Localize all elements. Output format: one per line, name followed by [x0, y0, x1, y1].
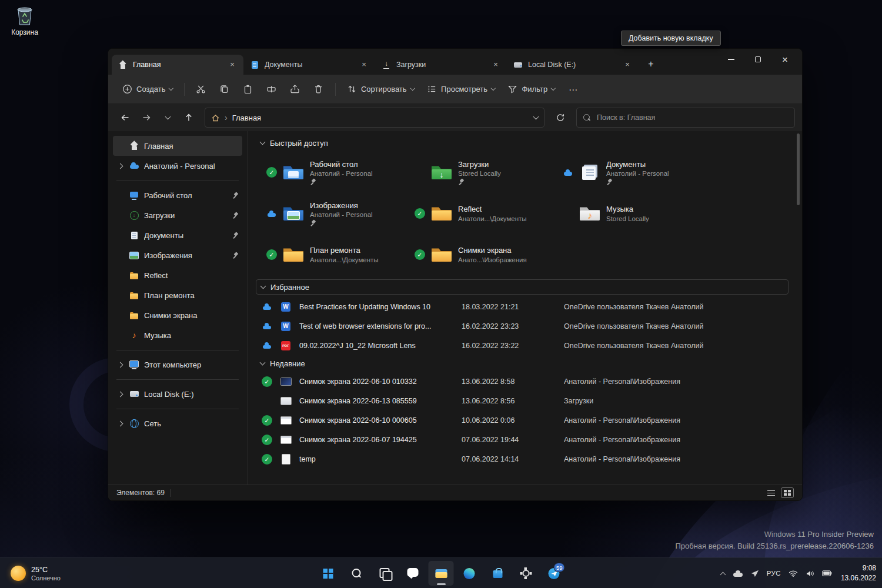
delete-button[interactable]: [308, 79, 330, 99]
quick-access-tile[interactable]: Рабочий стол Анатолий - Personal: [262, 153, 410, 191]
sidebar-item[interactable]: Снимки экрана: [113, 305, 242, 325]
taskbar-app-button[interactable]: [316, 561, 341, 586]
file-row[interactable]: 09.02.2022^J 10_22 Microsoft Lens 16.02.…: [257, 336, 790, 355]
sidebar-item[interactable]: Local Disk (E:): [113, 384, 242, 404]
back-button[interactable]: [115, 108, 135, 127]
file-row[interactable]: Test of web browser extensions for pro..…: [257, 316, 790, 336]
file-row[interactable]: Снимок экрана 2022-06-10 000605 10.06.20…: [257, 410, 790, 430]
language-indicator[interactable]: РУС: [767, 570, 781, 577]
sidebar-item[interactable]: Главная: [113, 136, 242, 156]
new-tab-button[interactable]: +: [642, 56, 660, 72]
up-button[interactable]: [179, 108, 199, 127]
weather-widget[interactable]: 25°C Солнечно: [5, 561, 66, 586]
sidebar-item[interactable]: [113, 176, 242, 185]
cut-button[interactable]: [190, 79, 212, 99]
more-options-button[interactable]: …: [562, 79, 584, 99]
details-view-button[interactable]: [764, 487, 777, 498]
expand-chevron-slot[interactable]: [116, 422, 124, 426]
file-row[interactable]: Снимок экрана 2022-06-10 010332 13.06.20…: [257, 372, 790, 391]
rename-button[interactable]: [260, 79, 283, 99]
wifi-icon[interactable]: [789, 570, 798, 577]
address-dropdown-icon[interactable]: [533, 113, 539, 119]
expand-chevron-slot[interactable]: [116, 392, 124, 396]
explorer-tab[interactable]: Загрузки ×: [375, 55, 507, 75]
expand-chevron-slot[interactable]: [116, 363, 124, 367]
taskbar-app-button[interactable]: [344, 561, 369, 586]
filter-button[interactable]: Фильтр: [502, 79, 560, 99]
volume-icon[interactable]: [806, 570, 814, 577]
sidebar-item[interactable]: Загрузки: [113, 205, 242, 225]
refresh-button[interactable]: [550, 108, 570, 127]
address-bar[interactable]: › Главная: [205, 108, 544, 128]
file-row[interactable]: Снимок экрана 2022-06-13 085559 13.06.20…: [257, 391, 790, 410]
explorer-tab[interactable]: Главная ×: [112, 55, 243, 75]
sidebar-item[interactable]: [113, 404, 242, 413]
file-date: 07.06.2022 19:44: [462, 436, 562, 444]
taskbar-app-button[interactable]: [485, 561, 510, 586]
explorer-tab[interactable]: Local Disk (E:) ×: [507, 55, 639, 75]
new-item-button[interactable]: Создать: [116, 79, 179, 99]
messenger-tray-icon[interactable]: [751, 570, 759, 577]
recycle-bin[interactable]: Корзина: [6, 4, 44, 36]
quick-access-tile[interactable]: Reflect Анатоли...\Документы: [410, 195, 558, 232]
sidebar-item[interactable]: Музыка: [113, 325, 242, 345]
maximize-button[interactable]: [744, 49, 771, 70]
recent-header[interactable]: Недавние: [256, 355, 790, 372]
quick-access-tile[interactable]: Изображения Анатолий - Personal: [262, 195, 410, 232]
expand-chevron-slot[interactable]: [116, 164, 124, 168]
quick-access-header[interactable]: Быстрый доступ: [256, 135, 790, 151]
sidebar-item[interactable]: План ремонта: [113, 285, 242, 305]
sidebar-item[interactable]: Анатолий - Personal: [113, 156, 242, 176]
quick-access-tile[interactable]: Документы Анатолий - Personal: [558, 153, 706, 191]
sidebar-item[interactable]: Изображения: [113, 245, 242, 265]
taskbar-app-button[interactable]: [372, 561, 397, 586]
sidebar-item[interactable]: [113, 375, 242, 384]
taskbar-app-button[interactable]: [429, 561, 454, 586]
view-button[interactable]: Просмотреть: [421, 79, 500, 99]
quick-access-tile[interactable]: Музыка Stored Locally: [558, 195, 706, 232]
taskbar-app-button[interactable]: [400, 561, 426, 586]
tab-close-icon[interactable]: ×: [622, 59, 633, 70]
explorer-tab[interactable]: Документы ×: [243, 55, 375, 75]
copy-button[interactable]: [213, 79, 236, 99]
file-row[interactable]: Снимок экрана 2022-06-07 194425 07.06.20…: [257, 430, 790, 449]
sidebar-item[interactable]: Рабочий стол: [113, 185, 242, 205]
scrollbar-thumb[interactable]: [797, 133, 800, 205]
search-input[interactable]: [596, 113, 789, 122]
paste-button[interactable]: [237, 79, 259, 99]
sort-button[interactable]: Сортировать: [341, 79, 420, 99]
forward-button[interactable]: [136, 108, 156, 127]
favorites-header[interactable]: Избранное: [256, 279, 789, 295]
search-box[interactable]: [576, 108, 795, 128]
tab-close-icon[interactable]: ×: [490, 59, 501, 70]
taskbar-app-button[interactable]: [513, 561, 539, 586]
tray-overflow-chevron-icon[interactable]: [720, 572, 726, 577]
sidebar-item[interactable]: Сеть: [113, 413, 242, 433]
file-row[interactable]: Best Practices for Updating Windows 10 1…: [257, 297, 790, 316]
quick-access-tile[interactable]: Снимки экрана Анато...\Изображения: [410, 236, 558, 273]
taskbar-app-button[interactable]: [457, 561, 482, 586]
sidebar-item[interactable]: Этот компьютер: [113, 355, 242, 375]
file-name: temp: [299, 455, 459, 463]
close-button[interactable]: ×: [771, 49, 799, 70]
recent-locations-button[interactable]: [158, 108, 178, 127]
breadcrumb[interactable]: Главная: [232, 113, 261, 122]
file-row[interactable]: temp 07.06.2022 14:14 Анатолий - Persona…: [257, 449, 790, 469]
onedrive-tray-icon[interactable]: [733, 570, 743, 577]
clock[interactable]: 9:08 13.06.2022: [841, 563, 876, 583]
tab-close-icon[interactable]: ×: [227, 59, 238, 70]
large-icons-view-button[interactable]: [781, 487, 794, 498]
tab-close-icon[interactable]: ×: [359, 59, 369, 70]
ellipsis-icon: …: [569, 82, 578, 93]
taskbar-app-button[interactable]: 59: [542, 561, 567, 586]
share-button[interactable]: [284, 79, 306, 99]
sidebar-item[interactable]: Документы: [113, 225, 242, 245]
sidebar-item[interactable]: Reflect: [113, 265, 242, 285]
quick-access-tile[interactable]: План ремонта Анатоли...\Документы: [262, 236, 410, 273]
battery-icon[interactable]: [822, 570, 832, 576]
minimize-button[interactable]: [717, 49, 744, 70]
sidebar-item[interactable]: [113, 345, 242, 355]
quick-access-tile[interactable]: Загрузки Stored Locally: [410, 153, 558, 191]
vertical-scrollbar[interactable]: [794, 131, 802, 485]
titlebar-drag-area[interactable]: [660, 49, 717, 75]
